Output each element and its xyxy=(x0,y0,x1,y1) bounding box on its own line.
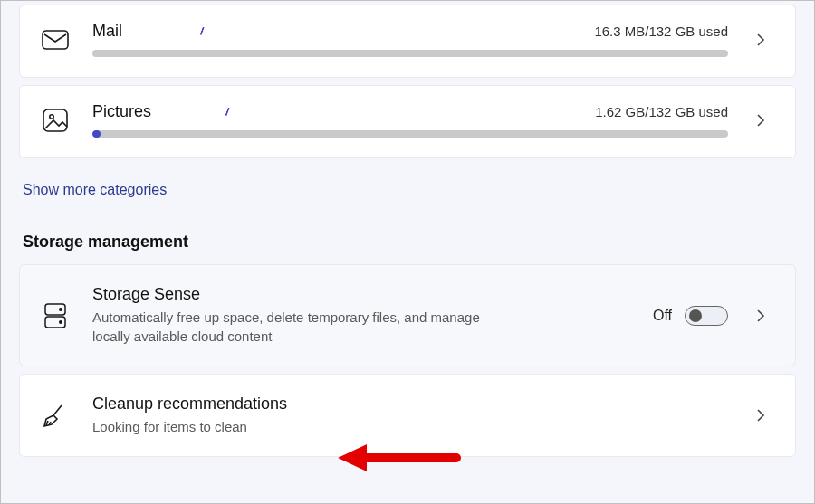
pictures-icon xyxy=(40,105,71,136)
chevron-right-icon xyxy=(746,33,775,47)
cleanup-recommendations-row[interactable]: Cleanup recommendations Looking for item… xyxy=(19,374,796,457)
cleanup-subtitle: Looking for items to clean xyxy=(92,417,518,436)
section-heading-storage-management: Storage management xyxy=(23,233,796,252)
storage-sense-icon xyxy=(40,300,71,331)
svg-line-7 xyxy=(53,405,62,415)
chevron-right-icon xyxy=(746,113,775,128)
storage-sense-toggle[interactable] xyxy=(685,306,728,326)
mail-icon xyxy=(40,24,71,55)
category-usage: 1.62 GB/132 GB used xyxy=(595,104,728,119)
svg-point-6 xyxy=(60,320,62,323)
cleanup-title: Cleanup recommendations xyxy=(92,395,728,414)
svg-point-2 xyxy=(50,114,53,118)
svg-line-8 xyxy=(46,421,48,425)
svg-point-5 xyxy=(60,308,62,310)
svg-rect-1 xyxy=(43,109,67,131)
broom-icon xyxy=(40,400,71,431)
chevron-right-icon xyxy=(746,408,775,423)
svg-rect-0 xyxy=(43,31,68,49)
storage-category-mail[interactable]: Mail 16.3 MB/132 GB used xyxy=(19,5,796,78)
storage-sense-row[interactable]: Storage Sense Automatically free up spac… xyxy=(19,264,796,366)
toggle-state-label: Off xyxy=(653,308,672,324)
category-title: Mail xyxy=(92,22,122,41)
storage-sense-title: Storage Sense xyxy=(92,285,635,304)
category-title: Pictures xyxy=(92,102,151,121)
progress-bar xyxy=(92,130,728,138)
progress-bar xyxy=(92,50,728,57)
storage-category-pictures[interactable]: Pictures 1.62 GB/132 GB used xyxy=(19,85,796,158)
storage-sense-subtitle: Automatically free up space, delete temp… xyxy=(92,308,518,346)
chevron-right-icon xyxy=(746,309,775,323)
show-more-categories-link[interactable]: Show more categories xyxy=(23,182,167,198)
category-usage: 16.3 MB/132 GB used xyxy=(594,24,728,39)
